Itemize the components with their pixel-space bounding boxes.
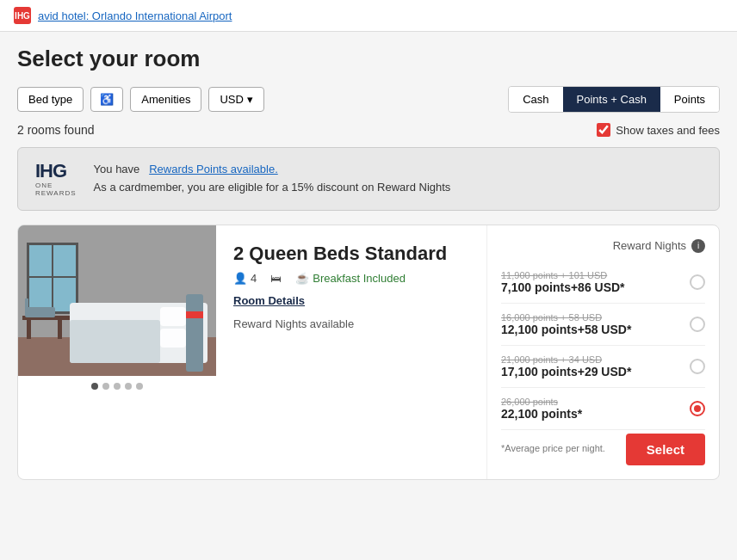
tab-points[interactable]: Points <box>660 87 719 112</box>
svg-rect-17 <box>58 320 62 339</box>
dot-3[interactable] <box>114 383 121 390</box>
taxes-fees-checkbox[interactable] <box>597 123 610 137</box>
breakfast-meta: ☕ Breakfast Included <box>295 272 406 285</box>
price-original-2: 16,000 points + 58 USD <box>501 312 690 323</box>
coffee-icon: ☕ <box>295 272 309 285</box>
price-radio-4[interactable] <box>690 401 705 416</box>
svg-rect-19 <box>25 298 28 309</box>
breakfast-label: Breakfast Included <box>313 272 406 285</box>
price-radio-2[interactable] <box>690 317 705 332</box>
payment-tabs: Cash Points + Cash Points <box>508 86 720 113</box>
select-row: *Average price per night. Select <box>501 434 705 465</box>
room-details-section: 2 Queen Beds Standard 👤 4 🛏 ☕ Breakfast … <box>216 225 486 479</box>
price-radio-3[interactable] <box>690 359 705 374</box>
accessibility-button[interactable]: ♿ <box>90 87 123 112</box>
room-image-section <box>18 225 216 479</box>
select-button[interactable]: Select <box>626 434 705 465</box>
guests-meta: 👤 4 <box>233 272 257 285</box>
price-texts-3: 21,000 points + 34 USD 17,100 points+29 … <box>501 354 690 378</box>
svg-rect-14 <box>186 311 203 318</box>
svg-rect-16 <box>27 320 31 339</box>
hotel-link[interactable]: avid hotel: Orlando International Airpor… <box>38 9 232 22</box>
rewards-info: You have Rewards Points available. As a … <box>94 161 451 197</box>
guest-count: 4 <box>251 272 257 285</box>
price-original-1: 11,900 points + 101 USD <box>501 270 690 280</box>
brand-icon-label: IHG <box>15 11 30 21</box>
price-main-2: 12,100 points+58 USD* <box>501 323 690 336</box>
price-option-4: 26,000 points 22,100 points* <box>501 388 705 430</box>
dot-1[interactable] <box>91 383 98 390</box>
ihg-logo-text: IHG <box>35 160 66 182</box>
results-count: 2 rooms found <box>17 123 95 137</box>
price-option-1: 11,900 points + 101 USD 7,100 points+86 … <box>501 262 705 304</box>
room-details-link[interactable]: Room Details <box>233 294 305 307</box>
price-texts-2: 16,000 points + 58 USD 12,100 points+58 … <box>501 312 690 336</box>
price-original-3: 21,000 points + 34 USD <box>501 354 690 365</box>
svg-rect-18 <box>25 307 55 317</box>
bed-meta: 🛏 <box>270 272 282 285</box>
svg-rect-13 <box>70 320 160 363</box>
room-meta: 👤 4 🛏 ☕ Breakfast Included <box>233 272 469 285</box>
price-original-4: 26,000 points <box>501 397 690 407</box>
bed-type-button[interactable]: Bed type <box>17 87 84 112</box>
taxes-fees-label: Show taxes and fees <box>616 124 720 137</box>
avg-price-note: *Average price per night. <box>501 443 605 453</box>
price-texts-4: 26,000 points 22,100 points* <box>501 397 690 421</box>
reward-nights-header-label: Reward Nights <box>613 239 686 252</box>
taxes-fees-toggle[interactable]: Show taxes and fees <box>597 123 720 137</box>
page-container: Select your room Bed type ♿ Amenities US… <box>0 32 737 494</box>
price-radio-1[interactable] <box>690 274 705 290</box>
ihg-logo: IHG ONEREWARDS <box>35 160 77 198</box>
room-image-svg <box>18 225 216 376</box>
amenities-label: Amenities <box>141 93 190 106</box>
dot-5[interactable] <box>136 383 143 390</box>
currency-label: USD <box>220 93 243 106</box>
price-main-4: 22,100 points* <box>501 407 690 421</box>
accessibility-icon: ♿ <box>100 93 114 106</box>
svg-rect-12 <box>160 329 186 348</box>
header-bar: IHG avid hotel: Orlando International Ai… <box>0 0 737 32</box>
rewards-points-link[interactable]: Rewards Points available. <box>149 163 278 175</box>
brand-icon: IHG <box>14 7 31 24</box>
bed-type-label: Bed type <box>28 93 72 106</box>
chevron-down-icon: ▾ <box>247 93 253 106</box>
tab-points-cash[interactable]: Points + Cash <box>563 87 660 112</box>
rewards-banner: IHG ONEREWARDS You have Rewards Points a… <box>17 147 720 211</box>
room-name: 2 Queen Beds Standard <box>233 243 469 265</box>
currency-button[interactable]: USD ▾ <box>208 87 263 112</box>
room-image <box>18 225 216 376</box>
room-card: 2 Queen Beds Standard 👤 4 🛏 ☕ Breakfast … <box>17 225 720 480</box>
price-option-2: 16,000 points + 58 USD 12,100 points+58 … <box>501 304 705 346</box>
image-dots <box>18 376 216 397</box>
room-card-inner: 2 Queen Beds Standard 👤 4 🛏 ☕ Breakfast … <box>18 225 719 479</box>
rewards-cardmember-message: As a cardmember, you are eligible for a … <box>94 181 451 194</box>
info-icon[interactable]: i <box>691 239 705 253</box>
price-main-1: 7,100 points+86 USD* <box>501 280 690 294</box>
reward-nights-header: Reward Nights i <box>501 239 705 253</box>
pricing-section: Reward Nights i 11,900 points + 101 USD … <box>486 225 719 479</box>
tab-cash[interactable]: Cash <box>509 87 562 112</box>
dot-4[interactable] <box>125 383 132 390</box>
price-texts-1: 11,900 points + 101 USD 7,100 points+86 … <box>501 270 690 294</box>
results-row: 2 rooms found Show taxes and fees <box>17 123 720 137</box>
page-title: Select your room <box>17 46 720 72</box>
person-icon: 👤 <box>233 272 247 285</box>
price-main-3: 17,100 points+29 USD* <box>501 365 690 378</box>
rewards-message-prefix: You have <box>94 163 140 175</box>
reward-nights-available: Reward Nights available <box>233 317 469 330</box>
dot-2[interactable] <box>102 383 109 390</box>
bed-icon: 🛏 <box>270 272 282 285</box>
ihg-one-rewards-text: ONEREWARDS <box>35 182 77 198</box>
price-option-3: 21,000 points + 34 USD 17,100 points+29 … <box>501 346 705 388</box>
svg-rect-11 <box>160 307 186 326</box>
filters-left: Bed type ♿ Amenities USD ▾ <box>17 87 264 112</box>
amenities-button[interactable]: Amenities <box>130 87 201 112</box>
svg-rect-10 <box>186 294 203 372</box>
filters-row: Bed type ♿ Amenities USD ▾ Cash Points +… <box>17 86 720 113</box>
